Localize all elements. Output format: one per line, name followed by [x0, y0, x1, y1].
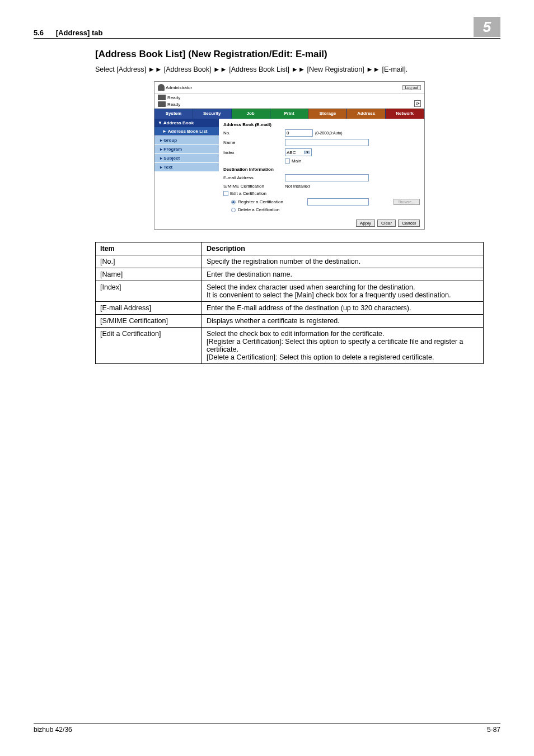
printer-icon — [158, 95, 166, 100]
side-text[interactable]: ▸ Text — [154, 162, 219, 171]
admin-label: Administrator — [166, 85, 192, 90]
table-row: [E-mail Address]Enter the E-mail address… — [96, 302, 484, 315]
register-cert-radio[interactable] — [231, 200, 236, 204]
index-value: ABC — [287, 150, 296, 155]
section-number: 5.6 — [34, 29, 44, 37]
register-cert-label: Register a Certification — [238, 199, 283, 204]
table-row: [Edit a Certification]Select the check b… — [96, 328, 484, 364]
no-hint: (0-2000,0:Auto) — [315, 131, 343, 135]
side-address-book[interactable]: ▼ Address Book — [154, 119, 219, 127]
th-description: Description — [202, 242, 484, 255]
page-title: [Address Book List] (New Registration/Ed… — [95, 49, 484, 60]
user-icon — [158, 84, 165, 91]
footer-model: bizhub 42/36 — [34, 726, 72, 734]
name-input[interactable] — [285, 139, 369, 146]
breadcrumb-sep: ►► — [364, 66, 382, 73]
chevron-down-icon: ▼ — [304, 151, 310, 154]
chapter-number: 5 — [474, 17, 500, 37]
delete-cert-label: Delete a Certification — [238, 207, 279, 212]
side-subject[interactable]: ▸ Subject — [154, 153, 219, 162]
footer-page: 5-87 — [487, 726, 500, 734]
smime-label: S/MIME Certification — [223, 184, 285, 189]
table-row: [Index]Select the index character used w… — [96, 281, 484, 302]
breadcrumb-4: [New Registration] — [307, 66, 364, 73]
status-ready-2: Ready — [167, 102, 180, 107]
main-checkbox[interactable] — [285, 158, 290, 164]
breadcrumb-3: [Address Book List] — [229, 66, 289, 73]
no-label: No. — [223, 130, 285, 136]
no-input[interactable] — [285, 129, 313, 137]
browse-button[interactable]: Browse... — [394, 199, 420, 205]
table-row: [Name]Enter the destination name. — [96, 268, 484, 281]
side-group-label: Group — [163, 138, 177, 143]
status-ready-1: Ready — [167, 95, 180, 100]
section-title: [Address] tab — [56, 29, 103, 37]
tab-storage[interactable]: Storage — [308, 109, 347, 119]
delete-cert-radio[interactable] — [231, 208, 236, 212]
tab-job[interactable]: Job — [232, 109, 270, 119]
scanner-icon — [158, 101, 166, 107]
index-select[interactable]: ABC▼ — [285, 148, 312, 156]
side-program-label: Program — [163, 147, 182, 152]
smime-value: Not Installed — [285, 184, 310, 189]
side-subject-label: Subject — [163, 156, 180, 161]
side-address-book-list[interactable]: ► Address Book List — [154, 127, 219, 136]
description-table: Item Description [No.]Specify the regist… — [95, 242, 484, 364]
side-program[interactable]: ▸ Program — [154, 144, 219, 153]
clear-button[interactable]: Clear — [377, 220, 396, 227]
email-label: E-mail Address — [223, 175, 285, 180]
edit-cert-label: Edit a Certification — [230, 191, 266, 196]
edit-cert-checkbox[interactable] — [223, 191, 228, 196]
form-heading-2: Destination Information — [223, 167, 420, 172]
tab-address[interactable]: Address — [347, 109, 386, 119]
email-input[interactable] — [285, 174, 369, 181]
cert-file-input[interactable] — [307, 198, 369, 206]
breadcrumb-sep: ►► — [146, 66, 164, 73]
breadcrumb-2: [Address Book] — [164, 66, 212, 73]
embedded-screenshot: Administrator Log out Ready Ready ⟳ Syst… — [154, 81, 425, 230]
form-heading-1: Address Book (E-mail) — [223, 122, 420, 127]
th-item: Item — [96, 242, 202, 255]
cancel-button[interactable]: Cancel — [398, 220, 420, 227]
breadcrumb-sep: ►► — [212, 66, 229, 73]
breadcrumb-prefix: Select — [95, 66, 116, 73]
table-row: [No.]Specify the registration number of … — [96, 255, 484, 268]
refresh-icon[interactable]: ⟳ — [414, 100, 421, 107]
tab-system[interactable]: System — [154, 109, 193, 119]
index-label: Index — [223, 150, 285, 155]
side-group[interactable]: ▸ Group — [154, 136, 219, 144]
name-label: Name — [223, 140, 285, 145]
main-label: Main — [292, 158, 301, 164]
breadcrumb: Select [Address] ►► [Address Book] ►► [A… — [95, 66, 484, 73]
table-row: [S/MIME Certification]Displays whether a… — [96, 315, 484, 328]
breadcrumb-5: [E-mail]. — [382, 66, 407, 73]
breadcrumb-1: [Address] — [116, 66, 146, 73]
tab-security[interactable]: Security — [193, 109, 232, 119]
side-text-label: Text — [163, 165, 172, 170]
tab-print[interactable]: Print — [270, 109, 309, 119]
logout-button[interactable]: Log out — [402, 85, 421, 90]
tab-network[interactable]: Network — [386, 109, 424, 119]
apply-button[interactable]: Apply — [356, 220, 375, 227]
breadcrumb-sep: ►► — [289, 66, 307, 73]
